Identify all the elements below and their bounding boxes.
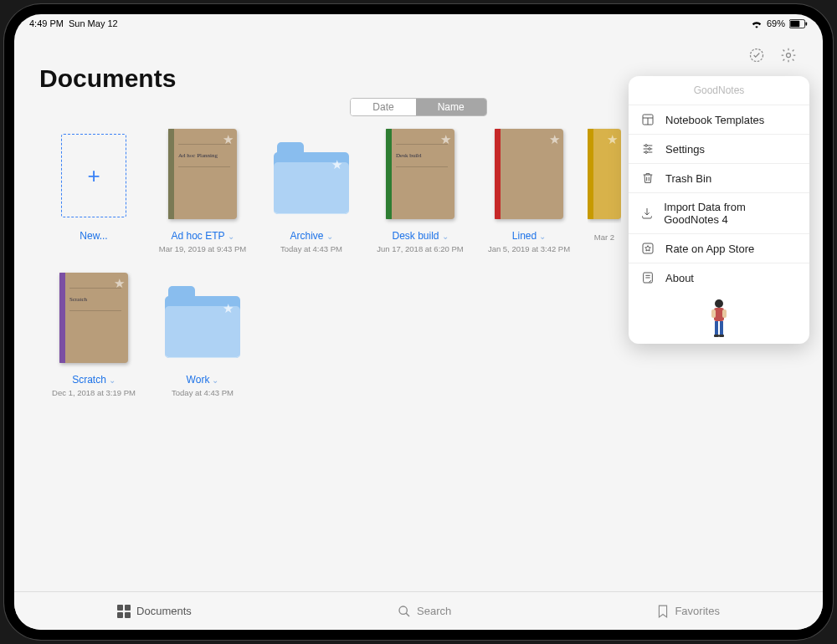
- doc-title[interactable]: New...: [80, 230, 107, 242]
- notebook-icon: Lined Paper★: [495, 129, 563, 219]
- favorite-star-icon[interactable]: ★: [549, 132, 560, 147]
- gear-icon[interactable]: [779, 46, 798, 64]
- doc-cell[interactable]: Ad hoc Planning★Ad hoc ETP ⌄Mar 19, 2019…: [148, 125, 257, 253]
- notebook-cover-label: Desk build: [396, 144, 448, 167]
- doc-title[interactable]: Lined ⌄: [512, 230, 546, 242]
- notebook-icon: Ad hoc Planning★: [168, 129, 237, 219]
- battery-icon: [789, 19, 808, 28]
- doc-cell[interactable]: ★Archive ⌄Today at 4:43 PM: [257, 125, 366, 253]
- svg-rect-27: [125, 605, 131, 611]
- bookmark-icon: [657, 605, 669, 618]
- doc-date: Mar 2: [594, 233, 614, 242]
- screen: 4:49 PM Sun May 12 69% Documents: [14, 14, 823, 630]
- tab-search[interactable]: Search: [398, 605, 451, 618]
- popover-item-notebook-templates[interactable]: Notebook Templates: [629, 105, 809, 134]
- new-thumb[interactable]: +: [54, 125, 134, 223]
- svg-rect-26: [117, 605, 123, 611]
- svg-rect-21: [722, 309, 727, 318]
- favorite-star-icon[interactable]: ★: [223, 132, 234, 147]
- popover-item-about[interactable]: About: [629, 263, 809, 292]
- notebook-thumb[interactable]: Desk build★: [380, 125, 460, 223]
- notebook-icon: ★: [588, 129, 621, 219]
- popover-item-label: Rate on App Store: [665, 243, 754, 255]
- folder-icon: ★: [274, 152, 349, 214]
- doc-cell[interactable]: ★Work ⌄Today at 4:43 PM: [148, 268, 257, 397]
- doc-title[interactable]: Work ⌄: [187, 374, 219, 386]
- popover-item-label: Trash Bin: [665, 172, 711, 185]
- doc-cell[interactable]: Desk build★Desk build ⌄Jun 17, 2018 at 6…: [366, 125, 475, 253]
- doc-cell[interactable]: Scratch★Scratch ⌄Dec 1, 2018 at 3:19 PM: [39, 268, 148, 397]
- import-icon: [640, 207, 654, 220]
- tab-documents[interactable]: Documents: [117, 605, 192, 618]
- doc-cell[interactable]: ★Mar 2: [583, 125, 625, 253]
- notebook-thumb[interactable]: Ad hoc Planning★: [162, 125, 243, 223]
- popover-item-label: Settings: [665, 143, 705, 156]
- svg-rect-29: [125, 612, 131, 618]
- favorite-star-icon[interactable]: ★: [223, 301, 234, 316]
- popover-item-settings[interactable]: Settings: [629, 134, 809, 163]
- favorite-star-icon[interactable]: ★: [607, 132, 618, 147]
- doc-title-text: Ad hoc ETP: [171, 230, 224, 242]
- about-icon: [640, 271, 655, 284]
- doc-title-text: Archive: [290, 230, 323, 242]
- doc-title-text: Lined: [512, 230, 537, 242]
- svg-rect-22: [715, 321, 718, 335]
- trash-icon: [640, 171, 655, 185]
- notebook-thumb[interactable]: ★: [588, 125, 621, 223]
- svg-rect-23: [720, 321, 723, 335]
- folder-thumb[interactable]: ★: [162, 268, 243, 367]
- chevron-down-icon: ⌄: [539, 232, 546, 241]
- settings-icon: [640, 142, 655, 156]
- settings-popover: GoodNotes Notebook TemplatesSettingsTras…: [629, 76, 809, 344]
- status-bar: 4:49 PM Sun May 12 69%: [14, 14, 823, 33]
- doc-cell[interactable]: +New...: [39, 125, 148, 253]
- tab-bar: Documents Search Favorites: [14, 591, 823, 630]
- popover-item-label: Import Data from GoodNotes 4: [664, 201, 798, 226]
- doc-title[interactable]: Scratch ⌄: [72, 374, 116, 386]
- doc-cell[interactable]: Lined Paper★Lined ⌄Jan 5, 2019 at 3:42 P…: [475, 125, 583, 253]
- svg-line-31: [406, 613, 409, 616]
- chevron-down-icon: ⌄: [228, 232, 234, 241]
- tab-search-label: Search: [417, 605, 451, 617]
- popover-item-import-data-from-goodnotes-4[interactable]: Import Data from GoodNotes 4: [629, 192, 809, 233]
- popover-item-rate-on-app-store[interactable]: Rate on App Store: [629, 233, 809, 263]
- folder-thumb[interactable]: ★: [271, 125, 352, 223]
- chevron-down-icon: ⌄: [442, 232, 449, 241]
- svg-point-13: [645, 151, 648, 154]
- chevron-down-icon: ⌄: [109, 376, 116, 385]
- svg-rect-24: [714, 335, 719, 337]
- new-doc-box[interactable]: +: [61, 134, 126, 217]
- svg-point-12: [649, 148, 651, 151]
- svg-rect-28: [117, 612, 123, 618]
- tab-favorites[interactable]: Favorites: [657, 605, 719, 618]
- checkmark-circle-icon[interactable]: [747, 46, 766, 64]
- notebook-thumb[interactable]: Scratch★: [54, 268, 134, 367]
- doc-date: Today at 4:43 PM: [280, 244, 342, 253]
- popover-item-label: Notebook Templates: [665, 114, 764, 126]
- svg-rect-2: [805, 22, 807, 25]
- favorite-star-icon[interactable]: ★: [440, 132, 451, 147]
- svg-point-11: [645, 145, 648, 147]
- notebook-icon: Scratch★: [59, 273, 128, 363]
- sort-by-date[interactable]: Date: [351, 99, 415, 115]
- doc-title-text: Scratch: [72, 374, 106, 386]
- doc-title-text: Desk build: [392, 230, 439, 242]
- doc-title[interactable]: Archive ⌄: [290, 230, 332, 242]
- templates-icon: [640, 113, 655, 126]
- notebook-thumb[interactable]: Lined Paper★: [489, 125, 569, 223]
- chevron-down-icon: ⌄: [212, 376, 218, 385]
- doc-title[interactable]: Ad hoc ETP ⌄: [171, 230, 234, 242]
- favorite-star-icon[interactable]: ★: [114, 276, 125, 291]
- notebook-cover-label: Ad hoc Planning: [178, 144, 230, 167]
- svg-rect-20: [711, 309, 716, 318]
- folder-icon: ★: [165, 296, 240, 358]
- notebook-icon: Desk build★: [386, 129, 454, 219]
- doc-title-text: Work: [187, 374, 210, 386]
- favorite-star-icon[interactable]: ★: [331, 157, 342, 172]
- svg-point-18: [715, 299, 723, 308]
- doc-date: Dec 1, 2018 at 3:19 PM: [52, 388, 136, 397]
- sort-by-name[interactable]: Name: [416, 99, 486, 115]
- popover-item-trash-bin[interactable]: Trash Bin: [629, 163, 809, 192]
- doc-date: Mar 19, 2019 at 9:43 PM: [159, 244, 247, 253]
- doc-title[interactable]: Desk build ⌄: [392, 230, 448, 242]
